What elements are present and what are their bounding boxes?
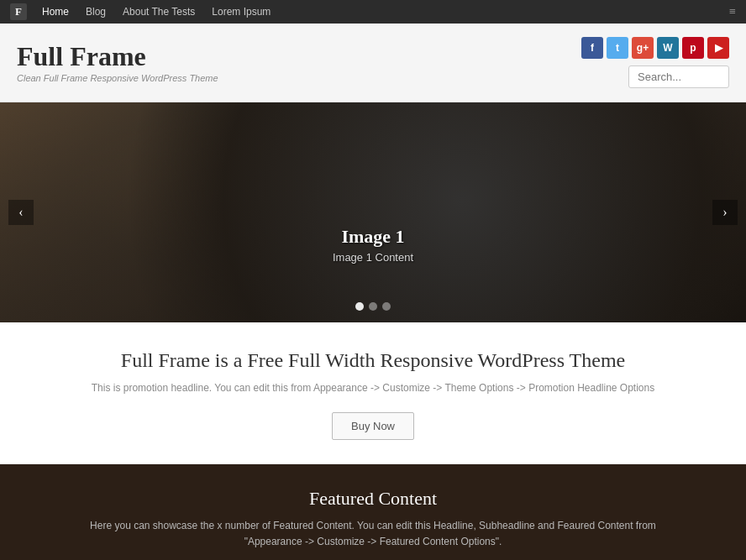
hero-slider: Image 1 Image 1 Content ‹ › [0,102,746,322]
promotion-section: Full Frame is a Free Full Width Responsi… [0,322,746,464]
youtube-icon[interactable]: ▶ [707,37,729,59]
slide-dots [355,302,391,311]
buy-now-button[interactable]: Buy Now [332,412,414,440]
site-subtitle: Clean Full Frame Responsive WordPress Th… [17,73,218,83]
featured-description: Here you can showcase the x number of Fe… [71,518,675,550]
nav-about[interactable]: About The Tests [114,0,203,24]
nav-home[interactable]: Home [34,0,77,24]
pinterest-icon[interactable]: p [682,37,704,59]
slide-subtitle: Image 1 Content [333,251,413,264]
slide-dot-1[interactable] [355,302,364,311]
menu-icon[interactable]: ≡ [729,5,736,18]
twitter-icon[interactable]: t [607,37,628,59]
nav-lorem[interactable]: Lorem Ipsum [203,0,279,24]
site-branding: Full Frame Clean Full Frame Responsive W… [17,42,218,83]
site-title: Full Frame [17,42,218,71]
nav-left: F Home Blog About The Tests Lorem Ipsum [10,0,279,24]
slide-dot-3[interactable] [382,302,391,311]
featured-title: Featured Content [17,488,729,510]
hero-background [0,102,746,322]
search-input[interactable] [628,65,729,88]
slide-dot-2[interactable] [369,302,377,311]
hero-image [0,102,746,322]
slide-title: Image 1 [333,226,413,248]
featured-content-section: Featured Content Here you can showcase t… [0,464,746,560]
prev-arrow-button[interactable]: ‹ [8,200,34,225]
next-arrow-button[interactable]: › [712,200,738,225]
site-logo-icon[interactable]: F [10,3,27,20]
header-right: f t g+ W p ▶ [581,37,729,88]
google-plus-icon[interactable]: g+ [632,37,654,59]
site-header: Full Frame Clean Full Frame Responsive W… [0,24,746,102]
nav-blog[interactable]: Blog [77,0,114,24]
wordpress-icon[interactable]: W [657,37,679,59]
top-navigation: F Home Blog About The Tests Lorem Ipsum … [0,0,746,24]
facebook-icon[interactable]: f [581,37,603,59]
social-icons-bar: f t g+ W p ▶ [581,37,729,59]
nav-links: Home Blog About The Tests Lorem Ipsum [34,0,279,24]
promo-title: Full Frame is a Free Full Width Responsi… [34,349,712,372]
search-box [628,65,729,88]
slide-text: Image 1 Image 1 Content [333,226,413,264]
promo-subtitle: This is promotion headline. You can edit… [34,380,712,395]
